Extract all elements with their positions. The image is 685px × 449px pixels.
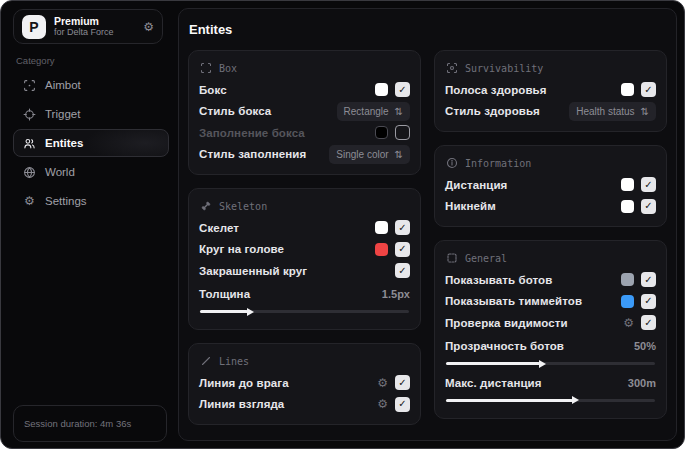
sidebar-nav: Aimbot Trigget Entites World: [13, 71, 169, 215]
color-swatch[interactable]: [375, 221, 388, 234]
setting-label: Линия до врага: [199, 377, 289, 389]
checkbox[interactable]: ✓: [641, 294, 656, 309]
session-duration-text: Session duration: 4m 36s: [24, 418, 131, 429]
checkbox[interactable]: ✓: [641, 177, 656, 192]
checkbox[interactable]: ✓: [641, 272, 656, 287]
checkbox[interactable]: ✓: [395, 220, 410, 235]
checkbox[interactable]: ✓: [641, 315, 656, 330]
survivability-card-title: Survivability: [445, 58, 656, 79]
category-label: Category: [16, 55, 55, 66]
lines-card-title: Lines: [199, 351, 410, 372]
color-swatch[interactable]: [375, 83, 388, 96]
check-icon: ✓: [398, 85, 406, 95]
check-icon: ✓: [644, 296, 652, 306]
right-column: Survivability Полоса здоровья ✓ Стиль зд…: [434, 50, 667, 425]
general-card-title: General: [445, 248, 656, 269]
gear-icon[interactable]: ⚙: [377, 377, 388, 389]
setting-label: Стиль бокса: [199, 105, 271, 117]
checkbox[interactable]: ✓: [395, 242, 410, 257]
gear-icon[interactable]: ⚙: [623, 317, 634, 329]
line-icon: [200, 355, 212, 367]
bot-opacity-slider[interactable]: [446, 362, 655, 365]
box-card: Box Бокс ✓ Стиль бокса Rectangle ⇅: [188, 50, 421, 175]
gear-icon[interactable]: ⚙: [143, 20, 154, 34]
slider-thumb[interactable]: [247, 308, 254, 316]
check-icon: ✓: [398, 223, 406, 233]
setting-row: Бокс ✓: [199, 79, 410, 101]
bone-icon: [200, 200, 212, 212]
setting-label: Стиль здоровья: [445, 105, 540, 117]
brand-card: P Premium for Delta Force ⚙: [13, 9, 163, 44]
setting-label: Скелет: [199, 222, 239, 234]
checkbox[interactable]: ✓: [641, 82, 656, 97]
brand-subtitle: for Delta Force: [54, 27, 135, 37]
checkbox[interactable]: [395, 125, 410, 140]
color-swatch[interactable]: [375, 126, 388, 139]
color-swatch[interactable]: [621, 178, 634, 191]
color-swatch[interactable]: [375, 243, 388, 256]
health-style-select[interactable]: Health status ⇅: [569, 102, 656, 121]
setting-row: Стиль бокса Rectangle ⇅: [199, 101, 410, 123]
check-icon: ✓: [644, 275, 652, 285]
users-icon: [23, 137, 36, 150]
left-column: Box Бокс ✓ Стиль бокса Rectangle ⇅: [188, 50, 421, 425]
sidebar-item-settings[interactable]: ⚙ Settings: [13, 187, 169, 215]
checkbox[interactable]: ✓: [395, 375, 410, 390]
aim-scan-icon: [23, 79, 36, 92]
slider-thumb[interactable]: [572, 396, 579, 404]
max-distance-slider[interactable]: [446, 399, 655, 402]
color-swatch[interactable]: [621, 83, 634, 96]
chevrons-up-down-icon: ⇅: [395, 106, 403, 117]
check-icon: ✓: [398, 399, 406, 409]
information-card-title: Information: [445, 153, 656, 174]
setting-label: Закрашенный круг: [199, 265, 307, 277]
setting-row: Заполнение бокса: [199, 122, 410, 144]
globe-icon: [23, 166, 36, 179]
setting-label: Линия взгляда: [199, 398, 284, 410]
slider-thumb[interactable]: [539, 360, 546, 368]
sidebar-item-label: Aimbot: [45, 79, 81, 91]
sidebar-item-entites[interactable]: Entites: [13, 129, 169, 157]
setting-row: Показывать ботов ✓: [445, 269, 656, 291]
color-swatch[interactable]: [621, 200, 634, 213]
brand-logo: P: [22, 15, 46, 39]
chevrons-up-down-icon: ⇅: [641, 106, 649, 117]
dashed-box-icon: [446, 252, 458, 264]
lines-card: Lines Линия до врага ⚙ ✓ Линия взгляда ⚙: [188, 343, 421, 425]
scan-eye-icon: [446, 62, 458, 74]
information-card: Information Дистанция ✓ Никнейм ✓: [434, 145, 667, 227]
checkbox[interactable]: ✓: [641, 199, 656, 214]
sidebar-item-world[interactable]: World: [13, 158, 169, 186]
page-title: Entites: [189, 22, 667, 37]
color-swatch[interactable]: [621, 295, 634, 308]
setting-row: Показывать тиммейтов ✓: [445, 291, 656, 313]
skeleton-card: Skeleton Скелет ✓ Круг на голове ✓: [188, 188, 421, 330]
checkbox[interactable]: ✓: [395, 263, 410, 278]
setting-row: Стиль заполнения Single color ⇅: [199, 144, 410, 166]
main-panel: Entites Box Бокс ✓: [178, 8, 677, 441]
checkbox[interactable]: ✓: [395, 397, 410, 412]
check-icon: ✓: [644, 85, 652, 95]
gear-icon[interactable]: ⚙: [377, 398, 388, 410]
checkbox[interactable]: ✓: [395, 82, 410, 97]
thickness-slider[interactable]: [200, 310, 409, 313]
setting-row: Полоса здоровья ✓: [445, 79, 656, 101]
fill-style-select[interactable]: Single color ⇅: [329, 145, 410, 164]
setting-label: Бокс: [199, 84, 227, 96]
setting-label: Круг на голове: [199, 243, 284, 255]
check-icon: ✓: [644, 201, 652, 211]
setting-label: Толщина: [199, 288, 250, 300]
cheat-menu-window: P Premium for Delta Force ⚙ Category Aim…: [0, 0, 685, 449]
check-icon: ✓: [398, 378, 406, 388]
setting-label: Прозрачность ботов: [445, 340, 564, 352]
box-scan-icon: [200, 62, 212, 74]
sidebar-item-trigget[interactable]: Trigget: [13, 100, 169, 128]
general-card: General Показывать ботов ✓ Показывать ти…: [434, 240, 667, 419]
sidebar-item-aimbot[interactable]: Aimbot: [13, 71, 169, 99]
box-style-select[interactable]: Rectangle ⇅: [337, 102, 410, 121]
sidebar-item-label: World: [45, 166, 75, 178]
slider-value: 50%: [634, 340, 656, 352]
check-icon: ✓: [644, 318, 652, 328]
setting-label: Макс. дистанция: [445, 377, 542, 389]
color-swatch[interactable]: [621, 273, 634, 286]
